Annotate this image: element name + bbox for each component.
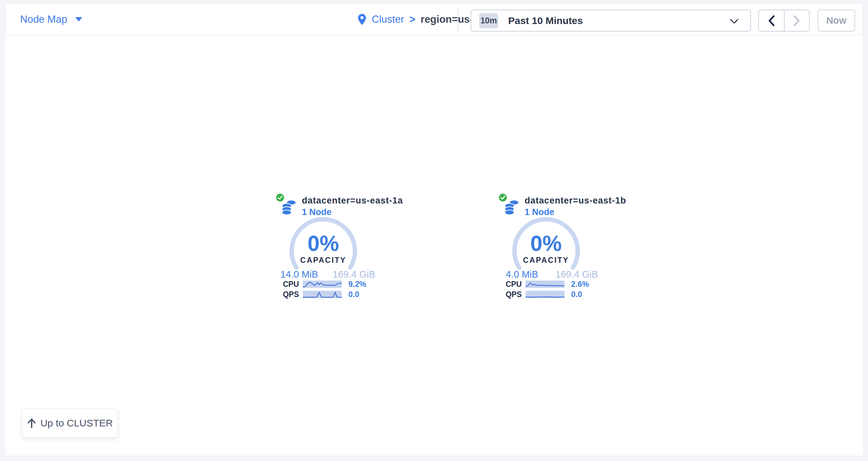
capacity-used: 14.0 MiB (273, 269, 326, 279)
qps-label: QPS (496, 290, 522, 299)
location-pin-icon (358, 13, 367, 25)
cpu-label: CPU (496, 280, 522, 289)
node-map-page: Node Map Cluster > region=us-east-1 10m … (0, 0, 868, 461)
time-range-badge: 10m (479, 13, 498, 28)
cpu-sparkline (526, 281, 564, 288)
capacity-total: 169.4 GiB (328, 269, 380, 279)
time-range-dropdown[interactable]: 10m Past 10 Minutes (471, 9, 751, 32)
capacity-caption: CAPACITY (284, 256, 363, 265)
time-range-label: Past 10 Minutes (508, 15, 583, 26)
time-nav-group (758, 9, 810, 32)
arrow-up-icon (27, 418, 36, 428)
cpu-metric-row: CPU 9.2% (274, 280, 418, 289)
qps-metric-row: QPS 0.0 (274, 290, 418, 299)
datacenter-title: datacenter=us-east-1a (302, 195, 403, 206)
time-next-button[interactable] (784, 9, 810, 32)
topbar: Node Map Cluster > region=us-east-1 10m … (5, 3, 863, 35)
cpu-value: 9.2% (348, 280, 367, 289)
cpu-value: 2.6% (571, 280, 589, 289)
up-to-cluster-label: Up to CLUSTER (40, 418, 113, 429)
chevron-down-icon (75, 17, 82, 22)
qps-label: QPS (274, 290, 299, 299)
capacity-percent: 0% (506, 232, 586, 254)
capacity-used: 4.0 MiB (496, 269, 548, 279)
view-selector-dropdown[interactable]: Node Map (20, 4, 82, 35)
now-button[interactable]: Now (817, 9, 855, 32)
cpu-metric-row: CPU 2.6% (496, 280, 641, 289)
view-selector-label: Node Map (20, 13, 67, 25)
qps-value: 0.0 (571, 290, 582, 299)
datacenter-title: datacenter=us-east-1b (525, 195, 626, 206)
chevron-down-icon (730, 19, 739, 24)
qps-metric-row: QPS 0.0 (496, 290, 641, 299)
capacity-percent: 0% (284, 232, 363, 254)
qps-sparkline (303, 291, 342, 298)
chevron-left-icon (768, 15, 775, 26)
capacity-caption: CAPACITY (506, 256, 586, 265)
time-prev-button[interactable] (758, 9, 784, 32)
chevron-right-icon (794, 15, 800, 26)
breadcrumb-cluster-link[interactable]: Cluster (372, 13, 404, 25)
cpu-sparkline (303, 281, 342, 288)
qps-value: 0.0 (348, 290, 359, 299)
node-map-canvas: datacenter=us-east-1a 1 Node 0% CAPACITY… (5, 35, 863, 455)
up-to-cluster-button[interactable]: Up to CLUSTER (22, 408, 118, 438)
breadcrumb-separator: > (409, 13, 415, 25)
capacity-total: 169.4 GiB (550, 269, 603, 279)
datacenter-card[interactable]: datacenter=us-east-1a 1 Node 0% CAPACITY… (274, 193, 418, 306)
qps-sparkline (526, 291, 564, 298)
topbar-divider (458, 8, 458, 32)
datacenter-card[interactable]: datacenter=us-east-1b 1 Node 0% CAPACITY… (496, 193, 641, 306)
cpu-label: CPU (274, 280, 299, 289)
